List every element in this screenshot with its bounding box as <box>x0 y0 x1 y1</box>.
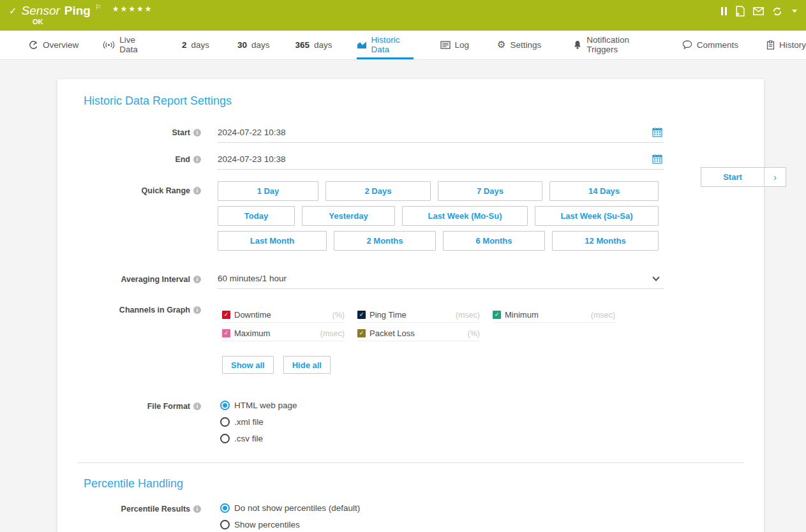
quick-range-14-days-button[interactable]: 14 Days <box>549 181 659 201</box>
gear-icon: ⚙ <box>497 40 505 50</box>
tab-comments[interactable]: Comments <box>682 31 738 59</box>
radio-selected-icon <box>220 503 230 513</box>
checkbox-checked-icon[interactable] <box>222 311 230 319</box>
priority-stars[interactable]: ★★★★★ <box>112 4 153 13</box>
radio-label: .xml file <box>234 417 264 427</box>
quick-range-2-days-button[interactable]: 2 Days <box>325 181 431 201</box>
gauge-icon <box>29 40 38 50</box>
averaging-interval-select[interactable]: 60 minutes/1 hour <box>218 274 664 289</box>
end-date-input[interactable]: 2024-07-23 10:38 <box>218 154 664 170</box>
radio-selected-icon <box>220 401 230 410</box>
tab-365-days[interactable]: 365 days <box>295 31 332 59</box>
quick-range-12-months-button[interactable]: 12 Months <box>552 231 659 251</box>
tab-label: days <box>314 40 332 50</box>
tab-bar: Overview Live Data 2 days 30 days 365 da… <box>0 31 806 60</box>
tab-label: Log <box>455 40 470 50</box>
tab-label: History <box>779 40 806 50</box>
checkbox-checked-icon[interactable] <box>357 311 366 319</box>
channel-unit: (msec) <box>591 311 615 320</box>
channel-maximum[interactable]: Maximum (msec) <box>222 329 345 341</box>
channel-name: Ping Time <box>369 310 452 320</box>
refresh-icon[interactable] <box>772 6 782 17</box>
quick-range-last-month-button[interactable]: Last Month <box>218 231 327 251</box>
hide-all-button[interactable]: Hide all <box>283 356 331 374</box>
sensor-type-label: Sensor <box>22 4 60 18</box>
tab-log[interactable]: Log <box>440 31 470 59</box>
tab-live-data[interactable]: Live Data <box>103 31 150 59</box>
area-chart-icon <box>357 40 367 49</box>
history-icon <box>766 40 775 50</box>
radio-do-not-show-percentiles[interactable]: Do not show percentiles (default) <box>220 503 664 513</box>
chevron-down-icon <box>652 274 659 281</box>
broadcast-icon <box>103 41 115 49</box>
start-date-input[interactable]: 2024-07-22 10:38 <box>218 127 664 143</box>
chevron-right-icon[interactable]: › <box>764 168 786 186</box>
calendar-icon[interactable] <box>652 154 662 164</box>
tab-label: Live Data <box>119 35 150 54</box>
email-icon[interactable] <box>753 7 764 15</box>
section-divider <box>77 462 744 463</box>
info-icon[interactable] <box>193 129 201 137</box>
calendar-icon[interactable] <box>652 127 662 137</box>
tab-history[interactable]: History <box>766 31 806 59</box>
tab-settings[interactable]: ⚙ Settings <box>497 31 541 59</box>
quick-range-7-days-button[interactable]: 7 Days <box>438 181 542 201</box>
tab-notification-triggers[interactable]: Notification Triggers <box>573 31 652 59</box>
info-icon[interactable] <box>193 505 201 513</box>
file-format-label: File Format <box>147 402 190 411</box>
tab-historic-data[interactable]: Historic Data <box>357 31 414 59</box>
radio-html-web-page[interactable]: HTML web page <box>220 401 664 410</box>
status-badge: OK <box>33 18 43 26</box>
info-icon[interactable] <box>193 403 201 410</box>
quick-range-6-months-button[interactable]: 6 Months <box>443 231 545 251</box>
caret-down-icon[interactable] <box>792 10 797 13</box>
radio-xml-file[interactable]: .xml file <box>220 417 664 427</box>
bell-icon <box>573 40 582 50</box>
checkbox-checked-icon[interactable] <box>493 311 501 319</box>
tab-overview[interactable]: Overview <box>29 31 78 59</box>
channel-name: Downtime <box>234 310 329 320</box>
channel-minimum[interactable]: Minimum (msec) <box>493 310 615 323</box>
start-report-button[interactable]: Start › <box>701 167 786 187</box>
tab-number: 365 <box>295 40 310 50</box>
info-icon[interactable] <box>193 156 201 163</box>
pause-icon[interactable] <box>721 7 727 15</box>
flag-icon[interactable]: ⚐ <box>95 3 101 11</box>
start-report-button-label[interactable]: Start <box>701 168 764 186</box>
quick-range-last-week-mo-su-button[interactable]: Last Week (Mo-Su) <box>402 206 528 226</box>
quick-range-today-button[interactable]: Today <box>218 206 295 226</box>
radio-label: .csv file <box>234 434 263 443</box>
tab-number: 2 <box>182 40 187 50</box>
info-icon[interactable] <box>193 187 201 195</box>
channel-unit: (%) <box>468 329 480 338</box>
radio-label: Show percentiles <box>234 520 300 529</box>
show-all-button[interactable]: Show all <box>222 356 274 374</box>
checkbox-checked-icon[interactable] <box>357 329 366 337</box>
tab-number: 30 <box>237 40 247 50</box>
report-icon[interactable] <box>735 6 745 17</box>
channel-packet-loss[interactable]: Packet Loss (%) <box>357 329 480 341</box>
tab-2-days[interactable]: 2 days <box>182 31 209 59</box>
radio-show-percentiles[interactable]: Show percentiles <box>220 520 664 529</box>
tab-30-days[interactable]: 30 days <box>237 31 270 59</box>
quick-range-yesterday-button[interactable]: Yesterday <box>302 206 395 226</box>
start-label: Start <box>172 128 190 137</box>
radio-label: HTML web page <box>234 401 297 410</box>
ok-check-icon: ✓ <box>9 5 17 17</box>
channel-name: Maximum <box>234 329 317 338</box>
channel-downtime[interactable]: Downtime (%) <box>222 310 345 323</box>
quick-range-2-months-button[interactable]: 2 Months <box>334 231 436 251</box>
channels-in-graph-label: Channels in Graph <box>119 306 190 314</box>
info-icon[interactable] <box>193 276 201 283</box>
tab-label: Settings <box>511 40 542 50</box>
settings-card: Historic Data Report Settings Start 2024… <box>57 79 764 532</box>
tab-label: Comments <box>697 40 738 50</box>
quick-range-1-day-button[interactable]: 1 Day <box>218 181 318 201</box>
end-date-value: 2024-07-23 10:38 <box>218 154 286 164</box>
info-icon[interactable] <box>193 306 201 314</box>
quick-range-last-week-su-sa-button[interactable]: Last Week (Su-Sa) <box>535 206 659 226</box>
log-icon <box>440 41 451 49</box>
radio-csv-file[interactable]: .csv file <box>220 434 664 443</box>
checkbox-checked-icon[interactable] <box>222 329 230 337</box>
channel-ping-time[interactable]: Ping Time (msec) <box>357 310 480 323</box>
